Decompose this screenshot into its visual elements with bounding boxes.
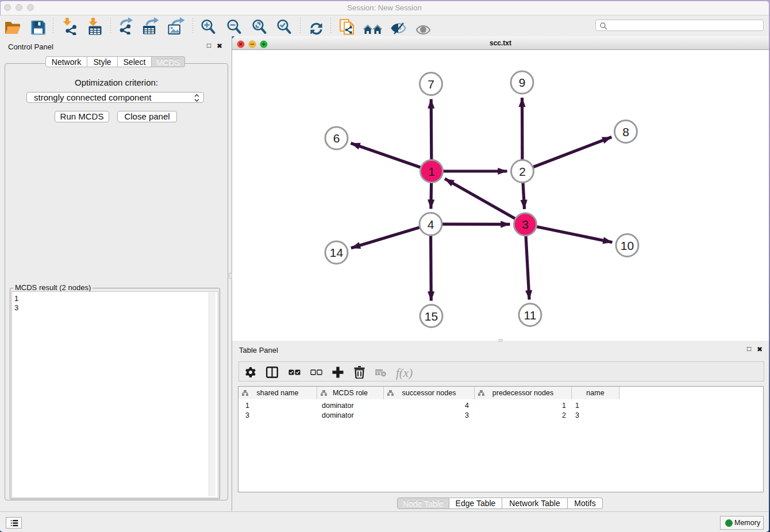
- svg-text:6: 6: [333, 132, 340, 145]
- svg-text:3: 3: [522, 218, 529, 231]
- svg-text:10: 10: [621, 239, 634, 252]
- svg-text:2: 2: [519, 165, 526, 178]
- svg-text:4: 4: [428, 218, 434, 231]
- svg-text:1: 1: [428, 165, 435, 178]
- svg-text:15: 15: [425, 310, 438, 323]
- svg-text:7: 7: [428, 78, 434, 91]
- svg-text:9: 9: [519, 76, 526, 89]
- svg-text:8: 8: [622, 125, 629, 138]
- svg-text:11: 11: [524, 309, 537, 322]
- svg-text:14: 14: [330, 246, 344, 259]
